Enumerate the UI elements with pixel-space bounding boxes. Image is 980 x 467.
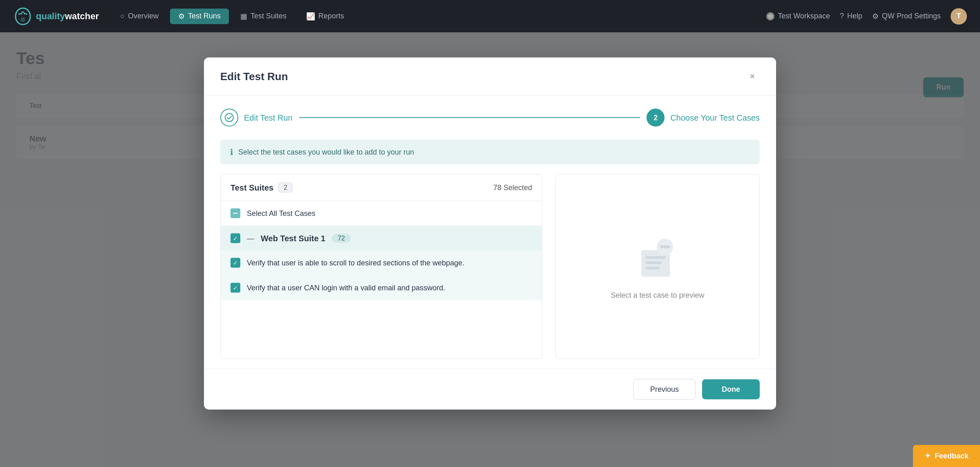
help-icon: ? bbox=[840, 12, 844, 20]
nav-test-runs[interactable]: ⚙ Test Runs bbox=[170, 9, 229, 24]
nav-right: Test Workspace ? Help ⚙ QW Prod Settings… bbox=[766, 8, 967, 25]
workspace-selector[interactable]: Test Workspace bbox=[766, 12, 830, 20]
avatar-text: T bbox=[957, 12, 961, 20]
feedback-label: Feedback bbox=[935, 452, 969, 460]
logo-icon bbox=[13, 7, 33, 26]
preview-svg bbox=[633, 234, 682, 283]
overview-icon: ○ bbox=[120, 12, 125, 20]
case-2-checkbox[interactable] bbox=[230, 283, 240, 293]
svg-point-2 bbox=[225, 114, 233, 122]
close-icon: × bbox=[750, 71, 755, 82]
select-all-checkbox[interactable] bbox=[230, 209, 240, 218]
settings-icon: ⚙ bbox=[872, 12, 879, 21]
workspace-dot bbox=[766, 12, 774, 20]
panel-header-left: Test Suites 2 bbox=[230, 183, 293, 193]
suite-name: Web Test Suite 1 bbox=[261, 234, 325, 243]
check-icon bbox=[225, 113, 234, 122]
test-suites-panel: Test Suites 2 78 Selected Select All Tes… bbox=[220, 174, 542, 359]
reports-icon: 📈 bbox=[306, 12, 315, 21]
nav-reports-label: Reports bbox=[318, 12, 344, 20]
info-icon: ℹ bbox=[230, 147, 233, 157]
nav-overview[interactable]: ○ Overview bbox=[112, 9, 167, 24]
info-bar: ℹ Select the test cases you would like t… bbox=[220, 140, 760, 164]
step-connector bbox=[299, 117, 640, 118]
preview-text: Select a test case to preview bbox=[611, 291, 704, 299]
user-avatar[interactable]: T bbox=[951, 8, 967, 25]
test-runs-icon: ⚙ bbox=[178, 12, 185, 21]
stepper: Edit Test Run 2 Choose Your Test Cases bbox=[204, 96, 776, 140]
svg-rect-5 bbox=[645, 261, 662, 264]
modal-footer: Previous Done bbox=[204, 369, 776, 410]
info-message: Select the test cases you would like to … bbox=[238, 148, 414, 156]
suite-case-count: 72 bbox=[332, 234, 351, 243]
done-button[interactable]: Done bbox=[702, 379, 760, 400]
svg-point-9 bbox=[663, 245, 667, 248]
nav-overview-label: Overview bbox=[128, 12, 159, 20]
svg-point-8 bbox=[660, 245, 663, 248]
feedback-icon: ✦ bbox=[924, 451, 931, 460]
close-button[interactable]: × bbox=[745, 69, 760, 84]
feedback-button[interactable]: ✦ Feedback bbox=[913, 445, 980, 467]
preview-illustration bbox=[633, 234, 682, 284]
modal-header: Edit Test Run × bbox=[204, 58, 776, 96]
svg-point-0 bbox=[20, 17, 25, 22]
workspace-label: Test Workspace bbox=[778, 12, 830, 20]
select-all-label: Select All Test Cases bbox=[247, 209, 315, 218]
case-2-label: Verify that a user CAN login with a vali… bbox=[247, 283, 445, 292]
test-case-row-1[interactable]: Verify that user is able to scroll to de… bbox=[221, 251, 542, 276]
selected-count: 78 Selected bbox=[493, 183, 532, 192]
svg-point-10 bbox=[667, 245, 670, 248]
help-label: Help bbox=[847, 12, 862, 20]
step-2-circle: 2 bbox=[647, 109, 665, 127]
step-2: 2 Choose Your Test Cases bbox=[647, 109, 760, 127]
step-1-circle bbox=[220, 109, 238, 127]
logo-text: qualitywatcher bbox=[36, 11, 99, 22]
nav-test-runs-label: Test Runs bbox=[188, 12, 221, 20]
settings-button[interactable]: ⚙ QW Prod Settings bbox=[872, 12, 941, 21]
test-suites-icon: ▦ bbox=[240, 12, 247, 21]
case-1-checkbox[interactable] bbox=[230, 258, 240, 268]
nav-test-suites[interactable]: ▦ Test Suites bbox=[232, 9, 295, 24]
navbar: qualitywatcher ○ Overview ⚙ Test Runs ▦ … bbox=[0, 0, 980, 32]
step-2-label: Choose Your Test Cases bbox=[670, 113, 760, 122]
nav-reports[interactable]: 📈 Reports bbox=[298, 9, 352, 24]
svg-point-1 bbox=[768, 14, 773, 19]
case-1-label: Verify that user is able to scroll to de… bbox=[247, 258, 464, 267]
suite-count-badge: 2 bbox=[278, 183, 293, 193]
svg-rect-6 bbox=[645, 267, 660, 269]
help-button[interactable]: ? Help bbox=[840, 12, 862, 20]
suite-checkbox[interactable] bbox=[230, 234, 240, 243]
svg-rect-4 bbox=[645, 256, 666, 258]
settings-label: QW Prod Settings bbox=[882, 12, 941, 20]
suite-row[interactable]: — Web Test Suite 1 72 bbox=[221, 226, 542, 251]
step-1: Edit Test Run bbox=[220, 109, 293, 127]
panel-title: Test Suites bbox=[230, 183, 273, 192]
preview-panel: Select a test case to preview bbox=[555, 174, 760, 359]
collapse-icon[interactable]: — bbox=[247, 234, 254, 242]
modal-body: Test Suites 2 78 Selected Select All Tes… bbox=[204, 164, 776, 369]
modal-title: Edit Test Run bbox=[220, 70, 288, 83]
test-case-row-2[interactable]: Verify that a user CAN login with a vali… bbox=[221, 276, 542, 300]
logo[interactable]: qualitywatcher bbox=[13, 7, 99, 26]
previous-button[interactable]: Previous bbox=[633, 379, 696, 400]
nav-test-suites-label: Test Suites bbox=[251, 12, 286, 20]
edit-test-run-modal: Edit Test Run × Edit Test Run 2 Choose Y… bbox=[204, 58, 776, 410]
select-all-row[interactable]: Select All Test Cases bbox=[221, 201, 542, 226]
workspace-icon bbox=[767, 13, 773, 19]
step-1-label: Edit Test Run bbox=[244, 113, 293, 122]
panel-header: Test Suites 2 78 Selected bbox=[221, 175, 542, 201]
